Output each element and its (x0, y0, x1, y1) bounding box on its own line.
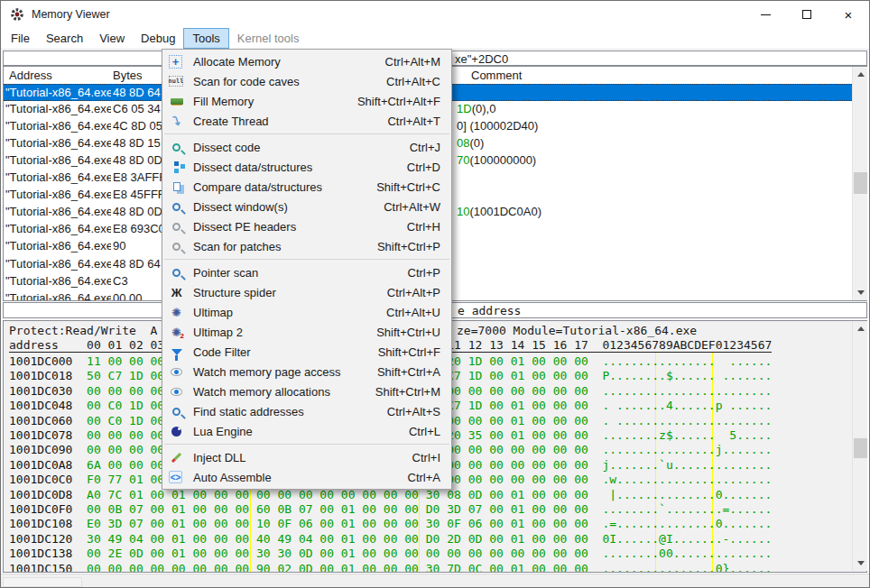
hex-address: 1001DC018 (9, 369, 87, 382)
scroll-down-icon[interactable] (853, 285, 868, 300)
disasm-opcode-tail: 08(0) (457, 136, 484, 150)
scroll-up-icon[interactable] (853, 67, 868, 82)
hex-address: 1001DC030 (9, 384, 87, 398)
menubar-item-search[interactable]: Search (38, 28, 91, 49)
dissect-code-icon (169, 140, 184, 154)
menu-item-label: Ultimap (193, 306, 233, 319)
hex-ascii: .w...................... (602, 473, 772, 486)
menu-item-scan-for-patches[interactable]: Scan for patchesShift+Ctrl+P (162, 236, 451, 256)
menu-item-dissect-window-s-[interactable]: Dissect window(s)Ctrl+Alt+W (162, 197, 451, 216)
menu-item-label: Dissect code (193, 141, 260, 154)
auto-assemble-icon: <> (169, 471, 182, 483)
menu-item-pointer-scan[interactable]: Pointer scanCtrl+P (162, 262, 451, 282)
hex-address: 1001DC138 (9, 547, 87, 560)
menu-item-shortcut: Shift+Ctrl+A (377, 365, 440, 379)
column-header-comment[interactable]: Comment (471, 69, 522, 82)
menu-item-ultimap[interactable]: ✺UltimapCtrl+Alt+U (162, 302, 451, 322)
close-button[interactable]: × (828, 1, 869, 28)
disasm-address: "Tutorial-x86_64.exe (5, 170, 111, 184)
hex-bytes: 30 49 04 00 01 00 00 00 40 49 04 00 01 0… (87, 532, 602, 546)
hex-address: 1001DC060 (9, 414, 87, 427)
hex-address: 1001DC048 (9, 399, 87, 412)
menu-item-shortcut: Ctrl+L (409, 425, 440, 438)
menu-item-dissect-pe-headers[interactable]: Dissect PE headersCtrl+H (162, 216, 451, 236)
menu-item-fill-memory[interactable]: Fill MemoryShift+Ctrl+Alt+F (162, 91, 451, 111)
menu-item-label: Scan for code caves (193, 75, 300, 88)
menu-item-label: Find static addresses (193, 405, 304, 418)
hex-row[interactable]: 1001DC120 30 49 04 00 01 00 00 00 40 49 … (9, 532, 772, 547)
disasm-bytes: 48 8D 0D (113, 153, 162, 167)
menu-item-find-static-addresses[interactable]: Find static addressesCtrl+Alt+S (162, 401, 451, 421)
menubar-item-kernel-tools[interactable]: Kernel tools (229, 28, 308, 49)
menu-item-label: Ultimap 2 (193, 326, 243, 339)
menu-item-compare-data-structures[interactable]: Compare data/structuresShift+Ctrl+C (162, 177, 451, 197)
menu-item-code-filter[interactable]: Code FilterShift+Ctrl+F (162, 342, 451, 362)
menubar-item-file[interactable]: File (3, 28, 38, 49)
menu-item-dissect-code[interactable]: Dissect codeCtrl+J (162, 137, 451, 157)
title-bar: Memory Viewer × (1, 1, 869, 28)
ultimap-icon: ✺ (169, 305, 184, 319)
hex-row[interactable]: 1001DC108 E0 3D 07 00 01 00 00 00 10 0F … (9, 517, 772, 531)
hex-ascii: ........................ (602, 384, 772, 398)
menu-item-watch-memory-allocations[interactable]: Watch memory allocationsShift+Ctrl+M (162, 381, 451, 401)
menu-item-lua-engine[interactable]: Lua EngineCtrl+L (162, 421, 451, 441)
menu-item-shortcut: Ctrl+Alt+T (387, 115, 440, 128)
disasm-opcode-tail: 70(100000000) (457, 153, 536, 167)
status-bar (1, 574, 869, 588)
disasm-bytes: E8 693C0 (113, 222, 165, 235)
hex-ascii: ................0}...... (602, 562, 772, 573)
menu-item-allocate-memory[interactable]: +Allocate MemoryCtrl+Alt+M (162, 51, 451, 71)
hex-ascii: P........$...... ....... (602, 369, 772, 382)
menu-item-create-thread[interactable]: ⤵Create ThreadCtrl+Alt+T (162, 111, 451, 131)
menu-item-label: Dissect data/structures (193, 161, 312, 174)
menu-item-shortcut: Ctrl+P (408, 266, 440, 280)
menu-item-label: Dissect PE headers (193, 220, 296, 234)
disasm-bytes: E8 3AFFF (113, 170, 166, 184)
hex-row[interactable]: 1001DC138 00 2E 0D 00 01 00 00 00 30 30 … (9, 547, 772, 561)
menubar-item-tools[interactable]: Tools (183, 28, 228, 49)
menubar-item-view[interactable]: View (91, 28, 133, 49)
maximize-button[interactable] (786, 1, 828, 28)
disasm-scrollbar[interactable] (852, 67, 867, 300)
create-thread-icon: ⤵ (167, 112, 186, 130)
hex-row[interactable]: 1001DC0F0 00 0B 07 00 01 00 00 00 60 0B … (9, 502, 772, 517)
menu-separator (164, 133, 449, 134)
menu-item-shortcut: Ctrl+Alt+S (387, 405, 440, 418)
menubar-item-debug[interactable]: Debug (133, 28, 183, 49)
disasm-opcode-tail: 1D(0),0 (457, 102, 495, 115)
disasm-address: "Tutorial-x86_64.exe (5, 257, 111, 271)
menu-item-ultimap-2[interactable]: ✺2Ultimap 2Shift+Ctrl+U (162, 322, 451, 342)
hex-ascii: .=..............0....... (602, 517, 772, 530)
menu-item-structure-spider[interactable]: ЖStructure spiderCtrl+Alt+P (162, 282, 451, 302)
watch-alloc-icon (169, 384, 184, 399)
disasm-address: "Tutorial-x86_64.exe (5, 136, 111, 150)
code-caves-icon: null (169, 76, 183, 87)
scroll-up-icon[interactable] (853, 321, 868, 336)
hex-row[interactable]: 1001DC150 00 00 00 00 00 00 00 00 90 02 … (9, 562, 772, 573)
disasm-bytes: 48 8D 64 (113, 257, 161, 271)
disasm-bytes: C6 05 34 (113, 102, 161, 115)
menu-item-label: Lua Engine (193, 425, 253, 438)
hex-ascii: ........00.............. (602, 547, 772, 560)
hex-address: 1001DC0F0 (9, 502, 87, 516)
disasm-address: "Tutorial-x86_64.exe (5, 205, 111, 218)
menu-item-label: Scan for patches (193, 240, 282, 253)
hex-scrollbar[interactable] (852, 321, 867, 571)
column-header-address[interactable]: Address (9, 69, 52, 82)
disasm-scrollbar-thumb[interactable] (854, 172, 867, 194)
hex-address: 1001DC090 (9, 443, 87, 456)
menu-item-auto-assemble[interactable]: <>Auto AssembleCtrl+A (162, 467, 451, 487)
menu-item-inject-dll[interactable]: Inject DLLCtrl+I (162, 447, 451, 467)
column-header-bytes[interactable]: Bytes (113, 69, 143, 82)
menu-item-dissect-data-structures[interactable]: Dissect data/structuresCtrl+D (162, 157, 451, 177)
menu-item-scan-for-code-caves[interactable]: nullScan for code cavesCtrl+Alt+C (162, 71, 451, 91)
menu-item-watch-memory-page-access[interactable]: Watch memory page accessShift+Ctrl+A (162, 362, 451, 381)
pointer-scan-icon (169, 265, 184, 280)
hex-address: 1001DC0D8 (9, 488, 87, 501)
minimize-button[interactable] (745, 1, 786, 28)
dissect-data-icon (169, 160, 184, 174)
scroll-down-icon[interactable] (853, 556, 868, 571)
hex-address: 1001DC120 (9, 532, 87, 546)
hex-scrollbar-thumb[interactable] (854, 438, 867, 458)
disasm-address: "Tutorial-x86_64.exe (5, 222, 111, 235)
